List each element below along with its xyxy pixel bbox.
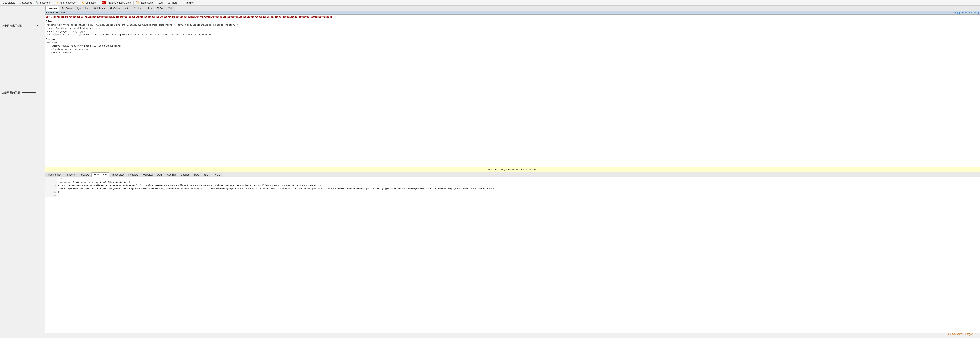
- accept-language-name: Accept-Language:: [47, 30, 69, 33]
- timeline-label: Timeline: [185, 2, 194, 4]
- cookie-tree-label: Cookie: [49, 41, 57, 45]
- tab-request-xml[interactable]: XML: [166, 6, 175, 11]
- accept-header: Accept: text/html,application/xhtml+xml,…: [47, 23, 979, 27]
- toolbar-log[interactable]: Log: [157, 1, 164, 5]
- code-line: 3ctPOOb?t♦♦=♦♦DWOOOOKDOONOOOE♦露♦♦♦♦L♦{○♦…: [45, 184, 980, 187]
- right-content: Headers TextView SyntaxView WebForms Hex…: [45, 6, 980, 333]
- toolbar-autoresponder[interactable]: ⚡ AutoResponder: [54, 1, 78, 5]
- tab-request-cookies[interactable]: Cookies: [132, 6, 145, 11]
- line-content: :OIoJOJO{WO♦OP\{OIOcOOZO♦♦s'O♦7♦ J♦♦♦OoO…: [57, 187, 980, 191]
- line-number: 6: [45, 194, 57, 198]
- tab-request-webforms[interactable]: WebForms: [91, 6, 108, 11]
- tab-request-syntaxview[interactable]: SyntaxView: [74, 6, 91, 11]
- line-number: 4: [45, 187, 57, 191]
- toolbar-inspectors[interactable]: 🔍 Inspectors: [34, 1, 52, 5]
- accept-language-value: zh-CN,zh;q=0.9: [69, 30, 88, 33]
- tab-imageview[interactable]: ImageView: [110, 173, 126, 177]
- tab-request-textview[interactable]: TextView: [60, 6, 74, 11]
- toolbar-divider-3: [99, 1, 99, 5]
- line-content: ctPOOb?t♦♦=♦♦DWOOOOKDOONOOOE♦露♦♦♦♦L♦{○♦2…: [57, 184, 980, 187]
- toolbar-statistics[interactable]: ⏱ Statistics: [17, 1, 33, 5]
- statistics-label: Statistics: [22, 2, 32, 4]
- request-annotation: 这个是请求的明细: [2, 24, 38, 27]
- tab-response-raw[interactable]: Raw: [192, 173, 201, 177]
- request-arrow-line: [24, 26, 37, 26]
- fiddler-orchestra-label: Fiddler Orchestra Beta: [107, 2, 131, 4]
- response-panel: Transformer Headers TextView SyntaxView …: [45, 172, 980, 333]
- toolbar-fiddlerscript[interactable]: 📜 FiddlerScript: [134, 1, 155, 5]
- header-defs-link[interactable]: [Header Definitions]: [959, 11, 979, 14]
- log-label: Log: [159, 2, 162, 4]
- response-arrow-head: [34, 92, 36, 94]
- toolbar-divider-4: [133, 1, 134, 5]
- cookie-tree: ⊟ Cookie _uuid=8464813E-AE82-D7AC-E9102-…: [48, 41, 979, 54]
- code-line: 2♦○○○○○○○○♦ T]k♦O}¡♦○○-,○1○i♦♦,+♦ eiDyOc…: [45, 180, 980, 184]
- main-container: 这个是请求的明细 这是响应的明细 Headers TextView Syntax…: [0, 6, 980, 333]
- tab-response-headers[interactable]: Headers: [63, 173, 77, 177]
- request-annotation-label: 这个是请求的明细: [2, 24, 23, 27]
- line-content: 0: [57, 190, 980, 194]
- code-line: 50: [45, 190, 980, 194]
- tab-response-textview[interactable]: TextView: [77, 173, 91, 177]
- tab-response-auth[interactable]: Auth: [155, 173, 165, 177]
- code-line: 12ε1: [45, 177, 980, 180]
- accept-encoding-header: Accept-Encoding: gzip, deflate, br, zstd: [47, 27, 979, 30]
- statistics-icon: ⏱: [19, 1, 21, 4]
- accept-header-value: text/html,application/xhtml+xml,applicat…: [57, 24, 238, 26]
- client-section-label: Client: [46, 20, 979, 23]
- response-encoded-bar[interactable]: Response body is encoded. Click to decod…: [45, 167, 980, 172]
- tab-request-auth[interactable]: Auth: [122, 6, 132, 11]
- tab-response-syntaxview[interactable]: SyntaxView: [91, 172, 109, 177]
- user-agent-name: User-Agent:: [47, 33, 63, 36]
- toolbar-composer[interactable]: ✏️ Composer: [80, 1, 98, 5]
- accept-language-header: Accept-Language: zh-CN,zh;q=0.9: [47, 30, 979, 33]
- cookie-blsid: b_lsid=10E1BDB3B_19019E3E1D1: [51, 48, 979, 51]
- toolbar-divider-7: [180, 1, 180, 5]
- response-tab-bar: Transformer Headers TextView SyntaxView …: [45, 172, 980, 177]
- cookie-bnut-value: 1710400704: [59, 51, 72, 54]
- tab-request-raw[interactable]: Raw: [145, 6, 154, 11]
- line-number: 3: [45, 184, 57, 187]
- request-arrow-head: [37, 25, 38, 27]
- line-number: 5: [45, 190, 57, 194]
- tab-request-json[interactable]: JSON: [154, 6, 165, 11]
- tab-response-cookies[interactable]: Cookies: [178, 173, 192, 177]
- tab-response-hexview[interactable]: HexView: [126, 173, 140, 177]
- request-panel: Headers TextView SyntaxView WebForms Hex…: [45, 6, 980, 167]
- fiddler-orchestra-icon: PO: [102, 2, 106, 4]
- tab-caching[interactable]: Caching: [165, 173, 178, 177]
- request-headers-title: Request Headers: [46, 11, 66, 14]
- raw-link[interactable]: [Raw]: [952, 11, 958, 14]
- cookie-blsid-value: 10E1BDB3B_19019E3E1D1: [60, 48, 88, 51]
- code-line: 6: [45, 194, 980, 198]
- request-headers-section-header: Request Headers [Raw] [Header Definition…: [45, 11, 980, 14]
- response-content[interactable]: 12ε12♦○○○○○○○○♦ T]k♦O}¡♦○○-,○1○i♦♦,+♦ ei…: [45, 177, 980, 333]
- user-agent-header: User-Agent: Mozilla/5.0 (Windows NT 10.0…: [47, 33, 979, 37]
- response-arrow: [22, 92, 36, 94]
- fiddlerscript-icon: 📜: [136, 1, 139, 4]
- tab-transformer[interactable]: Transformer: [45, 173, 63, 177]
- accept-encoding-value: gzip, deflate, br, zstd: [69, 27, 100, 29]
- toolbar-get-started[interactable]: Get Started: [1, 1, 17, 5]
- expand-icon[interactable]: ⊟: [48, 41, 49, 44]
- toolbar-timeline[interactable]: ≡ Timeline: [181, 1, 195, 5]
- tab-webview[interactable]: WebView: [140, 173, 155, 177]
- tab-response-xml[interactable]: XML: [213, 173, 222, 177]
- tab-response-json[interactable]: JSON: [201, 173, 212, 177]
- toolbar-filters[interactable]: ☑ Filters: [166, 1, 179, 5]
- tab-request-headers[interactable]: Headers: [45, 6, 59, 11]
- line-content: 2ε1: [57, 177, 980, 180]
- tab-request-hexview[interactable]: HexView: [108, 6, 122, 11]
- request-line: GET /correspond/1/69c10332174fda6ad01025…: [46, 15, 979, 19]
- fiddlerscript-label: FiddlerScript: [140, 2, 153, 4]
- accept-encoding-name: Accept-Encoding:: [47, 27, 69, 29]
- line-number: 1: [45, 177, 57, 180]
- toolbar-divider-2: [79, 1, 79, 5]
- cookie-uuid-name: _uuid=: [51, 45, 59, 47]
- toolbar-fiddler-orchestra[interactable]: PO Fiddler Orchestra Beta: [100, 1, 132, 5]
- watermark: CSDN @Ice_Sugar_7: [948, 332, 976, 336]
- inspectors-label: Inspectors: [39, 2, 51, 4]
- request-content-area[interactable]: GET /correspond/1/69c10332174fda6ad01025…: [45, 14, 980, 167]
- filters-checkbox-icon: ☑: [168, 1, 170, 4]
- composer-label: Composer: [85, 2, 97, 4]
